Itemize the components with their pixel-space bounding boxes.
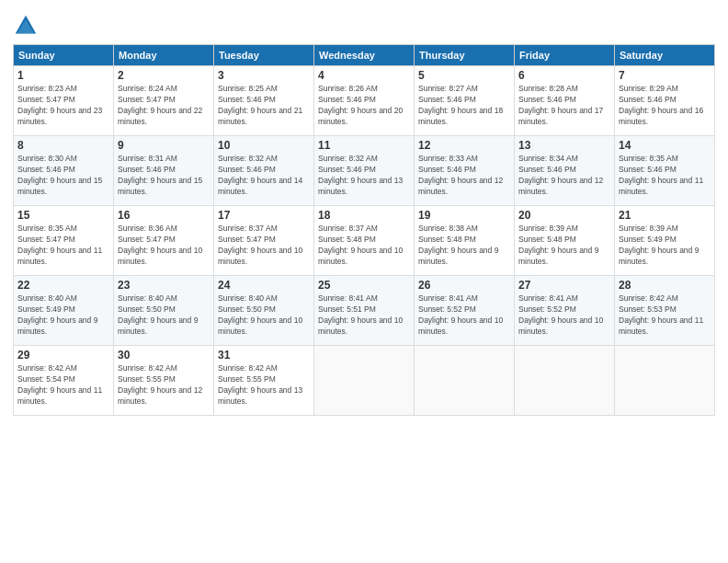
day-number: 23 — [118, 279, 210, 292]
day-detail: Sunrise: 8:30 AMSunset: 5:46 PMDaylight:… — [17, 154, 109, 198]
calendar-cell — [314, 346, 415, 416]
calendar-week-row: 29Sunrise: 8:42 AMSunset: 5:54 PMDayligh… — [14, 346, 715, 416]
day-header-thursday: Thursday — [415, 45, 515, 66]
calendar-cell: 13Sunrise: 8:34 AMSunset: 5:46 PMDayligh… — [515, 136, 615, 206]
calendar-week-row: 15Sunrise: 8:35 AMSunset: 5:47 PMDayligh… — [14, 206, 715, 276]
day-header-friday: Friday — [515, 45, 615, 66]
day-detail: Sunrise: 8:27 AMSunset: 5:46 PMDaylight:… — [418, 84, 510, 128]
calendar-cell: 16Sunrise: 8:36 AMSunset: 5:47 PMDayligh… — [114, 206, 214, 276]
day-number: 16 — [118, 209, 210, 222]
calendar-cell: 17Sunrise: 8:37 AMSunset: 5:47 PMDayligh… — [214, 206, 314, 276]
day-detail: Sunrise: 8:29 AMSunset: 5:46 PMDaylight:… — [619, 84, 711, 128]
day-number: 10 — [218, 139, 310, 152]
calendar-cell: 22Sunrise: 8:40 AMSunset: 5:49 PMDayligh… — [14, 276, 114, 346]
calendar-cell — [415, 346, 515, 416]
day-detail: Sunrise: 8:40 AMSunset: 5:50 PMDaylight:… — [118, 293, 210, 338]
day-number: 24 — [218, 279, 310, 292]
calendar-cell: 10Sunrise: 8:32 AMSunset: 5:46 PMDayligh… — [214, 136, 314, 206]
day-detail: Sunrise: 8:36 AMSunset: 5:47 PMDaylight:… — [118, 224, 210, 268]
calendar-page: SundayMondayTuesdayWednesdayThursdayFrid… — [0, 0, 728, 563]
logo-icon — [13, 13, 39, 39]
calendar-week-row: 22Sunrise: 8:40 AMSunset: 5:49 PMDayligh… — [14, 276, 715, 346]
calendar-cell: 19Sunrise: 8:38 AMSunset: 5:48 PMDayligh… — [415, 206, 515, 276]
day-number: 1 — [17, 69, 109, 82]
day-detail: Sunrise: 8:39 AMSunset: 5:49 PMDaylight:… — [619, 224, 711, 268]
calendar-cell: 21Sunrise: 8:39 AMSunset: 5:49 PMDayligh… — [615, 206, 715, 276]
calendar-week-row: 8Sunrise: 8:30 AMSunset: 5:46 PMDaylight… — [14, 136, 715, 206]
day-header-saturday: Saturday — [615, 45, 715, 66]
day-number: 29 — [17, 349, 109, 362]
calendar-cell: 31Sunrise: 8:42 AMSunset: 5:55 PMDayligh… — [214, 346, 314, 416]
day-detail: Sunrise: 8:35 AMSunset: 5:47 PMDaylight:… — [17, 224, 109, 268]
day-detail: Sunrise: 8:42 AMSunset: 5:54 PMDaylight:… — [17, 363, 109, 408]
day-header-sunday: Sunday — [14, 45, 114, 66]
day-number: 13 — [518, 139, 610, 152]
day-number: 22 — [17, 279, 109, 292]
day-detail: Sunrise: 8:25 AMSunset: 5:46 PMDaylight:… — [218, 84, 310, 128]
day-number: 12 — [418, 139, 510, 152]
calendar-cell: 9Sunrise: 8:31 AMSunset: 5:46 PMDaylight… — [114, 136, 214, 206]
day-detail: Sunrise: 8:42 AMSunset: 5:55 PMDaylight:… — [118, 363, 210, 408]
day-detail: Sunrise: 8:38 AMSunset: 5:48 PMDaylight:… — [418, 224, 510, 268]
day-detail: Sunrise: 8:41 AMSunset: 5:52 PMDaylight:… — [418, 293, 510, 338]
day-header-tuesday: Tuesday — [214, 45, 314, 66]
calendar-week-row: 1Sunrise: 8:23 AMSunset: 5:47 PMDaylight… — [14, 66, 715, 136]
day-number: 3 — [218, 69, 310, 82]
calendar-cell: 28Sunrise: 8:42 AMSunset: 5:53 PMDayligh… — [615, 276, 715, 346]
calendar-table: SundayMondayTuesdayWednesdayThursdayFrid… — [13, 44, 715, 416]
day-detail: Sunrise: 8:40 AMSunset: 5:50 PMDaylight:… — [218, 293, 310, 338]
day-detail: Sunrise: 8:41 AMSunset: 5:51 PMDaylight:… — [318, 293, 410, 338]
calendar-cell — [615, 346, 715, 416]
day-number: 5 — [418, 69, 510, 82]
day-detail: Sunrise: 8:32 AMSunset: 5:46 PMDaylight:… — [218, 154, 310, 198]
day-detail: Sunrise: 8:39 AMSunset: 5:48 PMDaylight:… — [518, 224, 610, 268]
day-detail: Sunrise: 8:41 AMSunset: 5:52 PMDaylight:… — [518, 293, 610, 338]
day-number: 19 — [418, 209, 510, 222]
day-number: 21 — [619, 209, 711, 222]
day-number: 25 — [318, 279, 410, 292]
day-number: 7 — [619, 69, 711, 82]
calendar-cell: 12Sunrise: 8:33 AMSunset: 5:46 PMDayligh… — [415, 136, 515, 206]
day-detail: Sunrise: 8:31 AMSunset: 5:46 PMDaylight:… — [118, 154, 210, 198]
day-detail: Sunrise: 8:26 AMSunset: 5:46 PMDaylight:… — [318, 84, 410, 128]
day-number: 17 — [218, 209, 310, 222]
day-detail: Sunrise: 8:40 AMSunset: 5:49 PMDaylight:… — [17, 293, 109, 338]
day-header-monday: Monday — [114, 45, 214, 66]
day-detail: Sunrise: 8:33 AMSunset: 5:46 PMDaylight:… — [418, 154, 510, 198]
day-number: 6 — [518, 69, 610, 82]
calendar-cell: 8Sunrise: 8:30 AMSunset: 5:46 PMDaylight… — [14, 136, 114, 206]
calendar-cell: 26Sunrise: 8:41 AMSunset: 5:52 PMDayligh… — [415, 276, 515, 346]
day-number: 15 — [17, 209, 109, 222]
page-header — [13, 9, 715, 39]
day-number: 4 — [318, 69, 410, 82]
day-number: 20 — [518, 209, 610, 222]
calendar-cell: 24Sunrise: 8:40 AMSunset: 5:50 PMDayligh… — [214, 276, 314, 346]
day-detail: Sunrise: 8:34 AMSunset: 5:46 PMDaylight:… — [518, 154, 610, 198]
calendar-cell: 30Sunrise: 8:42 AMSunset: 5:55 PMDayligh… — [114, 346, 214, 416]
calendar-cell: 11Sunrise: 8:32 AMSunset: 5:46 PMDayligh… — [314, 136, 415, 206]
day-number: 28 — [619, 279, 711, 292]
calendar-cell: 29Sunrise: 8:42 AMSunset: 5:54 PMDayligh… — [14, 346, 114, 416]
day-detail: Sunrise: 8:24 AMSunset: 5:47 PMDaylight:… — [118, 84, 210, 128]
calendar-cell: 18Sunrise: 8:37 AMSunset: 5:48 PMDayligh… — [314, 206, 415, 276]
calendar-cell: 20Sunrise: 8:39 AMSunset: 5:48 PMDayligh… — [515, 206, 615, 276]
calendar-cell — [515, 346, 615, 416]
day-header-wednesday: Wednesday — [314, 45, 415, 66]
calendar-cell: 25Sunrise: 8:41 AMSunset: 5:51 PMDayligh… — [314, 276, 415, 346]
day-number: 27 — [518, 279, 610, 292]
day-detail: Sunrise: 8:28 AMSunset: 5:46 PMDaylight:… — [518, 84, 610, 128]
calendar-cell: 7Sunrise: 8:29 AMSunset: 5:46 PMDaylight… — [615, 66, 715, 136]
calendar-cell: 6Sunrise: 8:28 AMSunset: 5:46 PMDaylight… — [515, 66, 615, 136]
day-number: 9 — [118, 139, 210, 152]
logo — [13, 13, 42, 39]
day-detail: Sunrise: 8:42 AMSunset: 5:55 PMDaylight:… — [218, 363, 310, 408]
calendar-cell: 5Sunrise: 8:27 AMSunset: 5:46 PMDaylight… — [415, 66, 515, 136]
day-number: 14 — [619, 139, 711, 152]
day-detail: Sunrise: 8:23 AMSunset: 5:47 PMDaylight:… — [17, 84, 109, 128]
day-detail: Sunrise: 8:37 AMSunset: 5:47 PMDaylight:… — [218, 224, 310, 268]
day-number: 26 — [418, 279, 510, 292]
day-number: 30 — [118, 349, 210, 362]
day-number: 8 — [17, 139, 109, 152]
calendar-cell: 1Sunrise: 8:23 AMSunset: 5:47 PMDaylight… — [14, 66, 114, 136]
day-number: 11 — [318, 139, 410, 152]
